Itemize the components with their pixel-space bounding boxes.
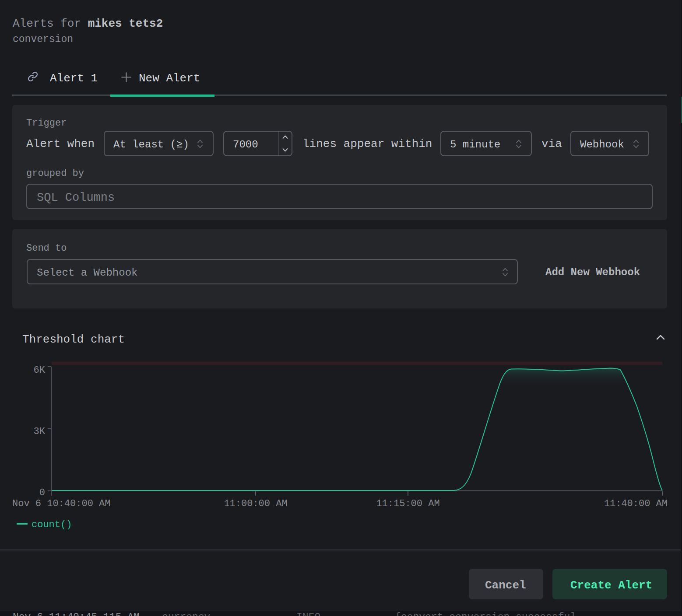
svg-text:11:40:00 AM: 11:40:00 AM [604, 498, 668, 509]
svg-text:Nov 6 10:40:00 AM: Nov 6 10:40:00 AM [12, 498, 110, 509]
svg-text:count(): count() [32, 519, 72, 530]
svg-text:11:15:00 AM: 11:15:00 AM [376, 498, 439, 509]
svg-text:0: 0 [39, 487, 45, 498]
svg-text:3K: 3K [34, 426, 46, 437]
svg-text:11:00:00 AM: 11:00:00 AM [224, 498, 287, 509]
svg-text:6K: 6K [34, 365, 46, 376]
